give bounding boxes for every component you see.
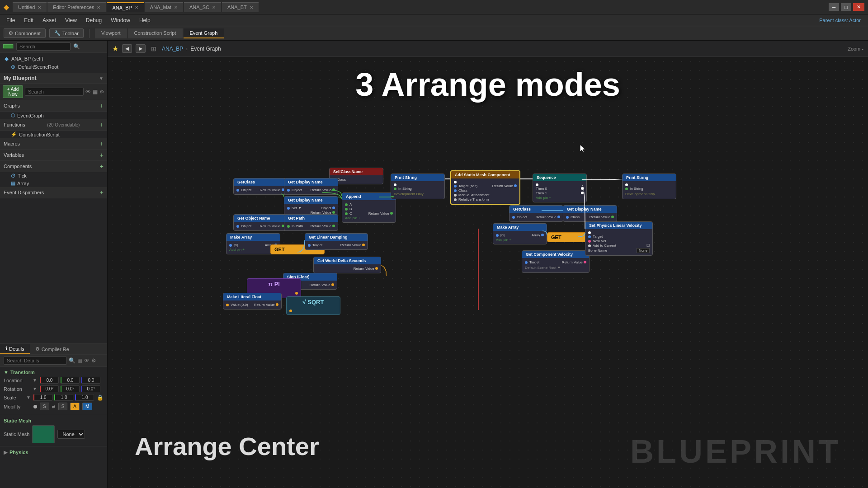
node-set-phys-vel[interactable]: Set Physics Linear Velocity Target New V… (585, 221, 653, 256)
node-print-string-2[interactable]: Print String In String Development Only (622, 174, 676, 199)
node-print-string-1[interactable]: Print String In String Development Only (391, 174, 445, 199)
rotation-z-input[interactable] (81, 385, 100, 392)
node-get-comp-vel[interactable]: Get Component Velocity Target Return Val… (522, 250, 590, 273)
mobility-a-button[interactable]: A (70, 403, 80, 410)
node-get-world-delta[interactable]: Get World Delta Seconds Return Value (313, 257, 381, 273)
blueprint-search-input[interactable] (25, 88, 84, 96)
details-eye-icon[interactable]: 👁 (84, 357, 90, 364)
tab-compiler[interactable]: ⚙ Compiler Re (30, 344, 75, 354)
minimize-button[interactable]: ─ (829, 3, 840, 11)
node-getclass-2[interactable]: GetClass Object Return Value (509, 205, 563, 222)
menu-window[interactable]: Window (106, 16, 135, 24)
menu-edit[interactable]: Edit (19, 16, 38, 24)
menu-asset[interactable]: Asset (38, 16, 61, 24)
physics-header[interactable]: ▶ Physics (4, 449, 104, 455)
node-get-object-name[interactable]: Get Object Name Object Return Value (233, 214, 288, 231)
tab-ana-bt[interactable]: ANA_BT ✕ (222, 2, 259, 12)
location-y-input[interactable] (61, 377, 80, 384)
node-add-static-mesh[interactable]: Add Static Mesh Component Target (self) … (450, 170, 520, 205)
maximize-button[interactable]: □ (841, 3, 851, 11)
variables-header[interactable]: Variables + (0, 150, 107, 161)
parent-class-value[interactable]: Actor (849, 18, 861, 23)
scale-dropdown-icon[interactable]: ▼ (26, 395, 31, 400)
node-get-path[interactable]: Get Path In Path Return Value (284, 214, 338, 231)
node-make-array-2[interactable]: Make Array [0] Array Add pin + (493, 223, 547, 244)
location-x-input[interactable] (40, 377, 59, 384)
tab-ana-mat-close[interactable]: ✕ (174, 5, 178, 10)
component-button[interactable]: ⚙ Component (4, 28, 46, 38)
nav-forward-button[interactable]: ▶ (136, 44, 146, 53)
viewport[interactable]: ★ ◀ ▶ ⊞ ANA_BP › Event Graph Zoom - 3 Ar… (108, 41, 868, 488)
node-getclass-1[interactable]: GetClass Object Return Value (233, 178, 288, 195)
my-blueprint-header[interactable]: My Blueprint ▼ (0, 73, 107, 84)
eye-icon[interactable]: 👁 (85, 89, 91, 95)
close-button[interactable]: ✕ (853, 3, 864, 11)
tab-ana-bt-close[interactable]: ✕ (250, 5, 253, 10)
scale-z-input[interactable] (75, 394, 94, 401)
scale-x-input[interactable] (33, 394, 52, 401)
functions-header[interactable]: Functions (20 Overridable) + (0, 119, 107, 131)
rotation-dropdown-icon[interactable]: ▼ (33, 386, 37, 391)
menu-debug[interactable]: Debug (81, 16, 106, 24)
menu-help[interactable]: Help (135, 16, 155, 24)
mobility-s2-button[interactable]: S (58, 403, 68, 410)
components-header[interactable]: Components + (0, 161, 107, 172)
breadcrumb-root[interactable]: ANA_BP (162, 46, 183, 52)
tab-details[interactable]: ℹ Details (0, 344, 30, 354)
node-display-name-1[interactable]: Get Display Name Object Return Value (284, 178, 338, 195)
pin-addpin-append[interactable]: Add pin + (345, 216, 393, 220)
node-make-literal-float[interactable]: Make Literal Float Value (0.0) Return Va… (223, 293, 282, 310)
macros-header[interactable]: Macros + (0, 138, 107, 150)
tab-ana-sc-close[interactable]: ✕ (212, 5, 216, 10)
event-graph-item[interactable]: ⬡ EventGraph (0, 112, 107, 119)
node-append[interactable]: Append A B C Return Value Add pin + (342, 192, 396, 223)
tab-event-graph[interactable]: Event Graph (184, 28, 224, 38)
mobility-s1-button[interactable]: S (40, 403, 49, 410)
graphs-header[interactable]: Graphs + (0, 100, 107, 112)
construction-script-item[interactable]: ⚡ ConstructionScript (0, 131, 107, 138)
menu-view[interactable]: View (61, 16, 81, 24)
event-dispatchers-add-icon[interactable]: + (100, 189, 104, 196)
tab-untitled-close[interactable]: ✕ (38, 5, 41, 10)
tab-untitled[interactable]: Untitled ✕ (13, 2, 47, 12)
add-new-button[interactable]: + Add New (3, 85, 23, 98)
tab-editor-prefs-close[interactable]: ✕ (97, 5, 100, 10)
details-search-input[interactable] (4, 357, 67, 365)
settings-icon[interactable]: ⚙ (99, 89, 104, 95)
tab-ana-sc[interactable]: ANA_SC ✕ (184, 2, 221, 12)
node-sqrt[interactable]: √ SQRT (286, 296, 340, 315)
add-component-button[interactable] (3, 44, 14, 49)
transform-label[interactable]: ▼ Transform (4, 370, 104, 375)
component-search-input[interactable] (16, 42, 71, 51)
rotation-x-input[interactable] (40, 385, 59, 392)
tick-item[interactable]: ⏱ Tick (0, 172, 107, 179)
details-settings-icon[interactable]: ⚙ (91, 357, 96, 364)
tab-viewport[interactable]: Viewport (95, 28, 127, 38)
tab-ana-mat[interactable]: ANA_Mat ✕ (145, 2, 183, 12)
components-add-icon[interactable]: + (100, 163, 104, 170)
graphs-add-icon[interactable]: + (100, 102, 104, 109)
node-sequence[interactable]: Sequence Then 0 Then 1 Add pin + (533, 174, 587, 202)
mobility-m-button[interactable]: M (82, 403, 92, 410)
tab-editor-prefs[interactable]: Editor Preferences ✕ (47, 2, 106, 12)
static-mesh-select[interactable]: None (57, 430, 85, 439)
pin-addpin-arr2[interactable]: Add pin + (496, 238, 544, 242)
tab-ana-bp[interactable]: ANA_BP ✕ (107, 2, 143, 12)
event-dispatchers-header[interactable]: Event Dispatchers + (0, 187, 107, 198)
functions-add-icon[interactable]: + (100, 121, 104, 128)
tab-construction[interactable]: Construction Script (128, 28, 183, 38)
rotation-y-input[interactable] (61, 385, 80, 392)
node-display-name-3[interactable]: Get Display Name Class Return Value (563, 205, 617, 222)
variables-add-icon[interactable]: + (100, 151, 104, 159)
scale-y-input[interactable] (54, 394, 73, 401)
filter-icon[interactable]: ▦ (93, 89, 98, 95)
menu-file[interactable]: File (2, 16, 19, 24)
comp-item-ana-bp[interactable]: ◆ ANA_BP (self) (0, 55, 107, 63)
nav-back-button[interactable]: ◀ (122, 44, 132, 53)
node-get-linear-damping[interactable]: Get Linear Damping Target Return Value (305, 233, 368, 250)
location-z-input[interactable] (81, 377, 100, 384)
pin-addpin-seq[interactable]: Add pin + (536, 196, 584, 200)
location-dropdown-icon[interactable]: ▼ (33, 378, 37, 383)
blueprint-canvas[interactable]: 3 Arrange modes Arrange Center BLUEPRINT… (108, 57, 868, 488)
macros-add-icon[interactable]: + (100, 140, 104, 147)
